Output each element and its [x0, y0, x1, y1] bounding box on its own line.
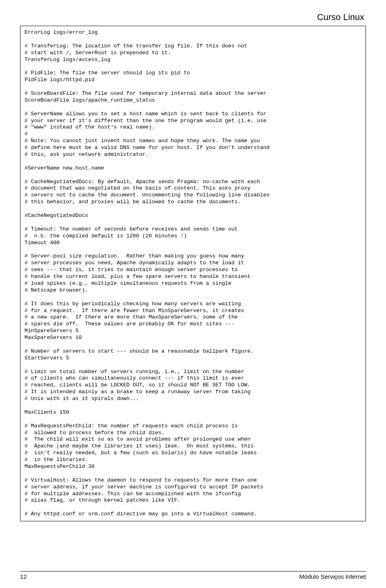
page-title: Curso Linux	[20, 12, 366, 22]
page-number: 12	[20, 573, 27, 580]
module-label: Módulo Serviços Internet	[299, 573, 366, 580]
page-footer: 12 Módulo Serviços Internet	[20, 571, 366, 580]
code-block: ErrorLog logs/error_log # TransferLog: T…	[20, 26, 366, 521]
document-page: Curso Linux ErrorLog logs/error_log # Tr…	[0, 0, 386, 588]
